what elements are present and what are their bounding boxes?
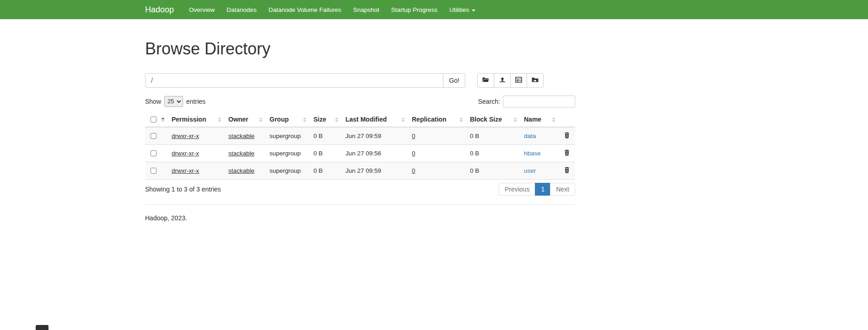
table-row: drwxr-xr-x stackable supergroup 0 B Jun …: [145, 144, 575, 162]
delete-button[interactable]: [562, 149, 571, 158]
create-directory-button[interactable]: [477, 73, 494, 88]
block-size-value: 0 B: [466, 127, 520, 145]
modified-value: Jun 27 09:59: [342, 127, 408, 145]
col-header-size[interactable]: Size: [310, 113, 342, 127]
nav-item-startup-progress[interactable]: Startup Progress: [385, 6, 443, 13]
nav-item-datanode-volume-failures[interactable]: Datanode Volume Failures: [263, 6, 347, 13]
col-header-replication[interactable]: Replication: [408, 113, 466, 127]
permission-value[interactable]: drwxr-xr-x: [172, 150, 199, 157]
pagination-previous[interactable]: Previous: [499, 183, 535, 196]
sort-icon: [218, 117, 221, 122]
directory-link[interactable]: hbase: [524, 150, 541, 157]
trash-icon: [564, 167, 570, 175]
pagination: Previous 1 Next: [499, 183, 575, 196]
nav-item-overview[interactable]: Overview: [183, 6, 221, 13]
navbar-menu: Overview Datanodes Datanode Volume Failu…: [183, 6, 481, 13]
sort-icon: [303, 117, 307, 122]
directory-table: Permission Owner Group Size Last Modifie…: [145, 113, 575, 180]
upload-files-button[interactable]: [494, 73, 511, 88]
sort-icon: [259, 117, 263, 122]
table-footer: Showing 1 to 3 of 3 entries Previous 1 N…: [145, 183, 575, 196]
select-all-header[interactable]: [145, 113, 168, 127]
pagination-next[interactable]: Next: [550, 183, 575, 196]
main-content: Browse Directory Go!: [138, 40, 582, 222]
sort-icon: [459, 117, 463, 122]
delete-button[interactable]: [562, 131, 571, 141]
col-header-name[interactable]: Name: [520, 113, 559, 127]
col-header-actions: [559, 113, 575, 127]
col-header-group[interactable]: Group: [266, 113, 310, 127]
path-toolbar: Go!: [145, 73, 575, 88]
search-input[interactable]: [503, 96, 575, 107]
show-entries-control: Show 25 entries: [145, 96, 205, 107]
row-checkbox[interactable]: [151, 150, 156, 156]
desktop-fragment: [36, 325, 49, 330]
permission-value[interactable]: drwxr-xr-x: [172, 133, 199, 139]
table-controls: Show 25 entries Search:: [145, 96, 575, 107]
go-button[interactable]: Go!: [443, 73, 465, 88]
modified-value: Jun 27 09:59: [342, 162, 408, 179]
row-checkbox[interactable]: [151, 133, 156, 139]
move-file-button[interactable]: [527, 73, 544, 88]
size-value: 0 B: [310, 162, 342, 179]
directory-path-input[interactable]: [145, 73, 443, 88]
brand-link[interactable]: Hadoop: [145, 5, 174, 15]
table-row: drwxr-xr-x stackable supergroup 0 B Jun …: [145, 162, 575, 179]
permission-value[interactable]: drwxr-xr-x: [172, 167, 199, 174]
file-actions-group: [477, 73, 544, 88]
pagination-page-1[interactable]: 1: [535, 183, 550, 196]
col-header-owner[interactable]: Owner: [225, 113, 266, 127]
block-size-value: 0 B: [466, 144, 520, 162]
nav-item-datanodes[interactable]: Datanodes: [221, 6, 262, 13]
sort-icon: [161, 117, 165, 122]
search-label: Search:: [478, 98, 500, 105]
block-size-value: 0 B: [466, 162, 520, 179]
replication-value[interactable]: 0: [412, 150, 415, 157]
replication-value[interactable]: 0: [412, 133, 415, 139]
upload-icon: [499, 77, 506, 84]
modified-value: Jun 27 09:56: [342, 144, 408, 162]
table-header-row: Permission Owner Group Size Last Modifie…: [145, 113, 575, 127]
nav-item-utilities[interactable]: Utilities: [443, 6, 481, 13]
size-value: 0 B: [310, 144, 342, 162]
select-all-checkbox[interactable]: [151, 117, 156, 122]
sort-icon: [513, 117, 517, 122]
trash-icon: [564, 149, 570, 157]
show-label: Show: [145, 98, 161, 105]
owner-value[interactable]: stackable: [228, 167, 254, 174]
sort-icon: [552, 117, 555, 122]
search-control: Search:: [478, 96, 575, 107]
owner-value[interactable]: stackable: [228, 150, 254, 157]
sort-icon: [401, 117, 405, 122]
directory-link[interactable]: data: [524, 133, 536, 139]
entries-label: entries: [186, 98, 205, 105]
grid-icon: [515, 77, 522, 84]
chevron-down-icon: [472, 10, 475, 11]
delete-button[interactable]: [562, 166, 571, 176]
directory-link[interactable]: user: [524, 167, 536, 174]
page-size-select[interactable]: 25: [164, 96, 183, 107]
trash-icon: [564, 132, 570, 140]
table-row: drwxr-xr-x stackable supergroup 0 B Jun …: [145, 127, 575, 145]
col-header-last-modified[interactable]: Last Modified: [342, 113, 408, 127]
replication-value[interactable]: 0: [412, 167, 415, 174]
group-value: supergroup: [270, 167, 301, 174]
size-value: 0 B: [310, 127, 342, 145]
sort-icon: [335, 117, 339, 122]
path-input-group: Go!: [145, 73, 465, 88]
row-checkbox[interactable]: [151, 168, 156, 174]
cut-paste-button[interactable]: [510, 73, 527, 88]
col-header-block-size[interactable]: Block Size: [466, 113, 520, 127]
folder-move-icon: [532, 77, 539, 84]
owner-value[interactable]: stackable: [228, 133, 254, 139]
footer-divider: [145, 204, 575, 205]
folder-open-icon: [482, 77, 489, 84]
page-footer-text: Hadoop, 2023.: [145, 214, 575, 222]
group-value: supergroup: [270, 150, 301, 157]
entries-summary: Showing 1 to 3 of 3 entries: [145, 186, 221, 193]
page-title: Browse Directory: [145, 40, 575, 58]
group-value: supergroup: [270, 133, 301, 139]
top-navbar: Hadoop Overview Datanodes Datanode Volum…: [0, 0, 868, 19]
col-header-permission[interactable]: Permission: [168, 113, 225, 127]
nav-item-snapshot[interactable]: Snapshot: [347, 6, 385, 13]
